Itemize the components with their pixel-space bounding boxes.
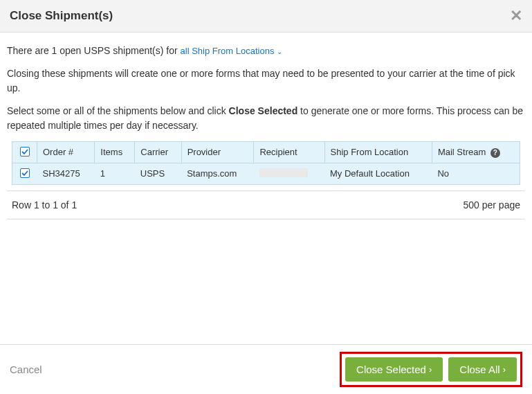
pagination-per-page[interactable]: 500 per page: [463, 199, 520, 211]
select-all-checkbox[interactable]: [20, 147, 30, 156]
table-header-row: Order # Items Carrier Provider Recipient…: [12, 142, 520, 163]
open-shipments-text: There are 1 open USPS shipment(s) for: [7, 45, 178, 56]
action-buttons-highlight: Close Selected› Close All›: [340, 352, 522, 387]
close-selected-label: Close Selected: [356, 364, 426, 375]
shipments-table-wrapper: Order # Items Carrier Provider Recipient…: [7, 141, 525, 185]
close-all-button[interactable]: Close All›: [448, 357, 517, 382]
recipient-redacted: [259, 168, 308, 177]
header-checkbox-cell: [12, 142, 37, 163]
location-filter-label: all Ship From Locations: [181, 46, 275, 56]
header-carrier[interactable]: Carrier: [135, 142, 181, 163]
modal-title: Close Shipment(s): [10, 9, 113, 23]
cell-provider: Stamps.com: [181, 163, 254, 184]
row-checkbox-cell: [12, 163, 37, 184]
modal-body: There are 1 open USPS shipment(s) for al…: [0, 33, 532, 231]
pagination-range: Row 1 to 1 of 1: [12, 199, 77, 211]
table-footer: Row 1 to 1 of 1 500 per page: [7, 190, 525, 220]
modal-header: Close Shipment(s) ✕: [0, 0, 532, 33]
header-recipient[interactable]: Recipient: [254, 142, 324, 163]
header-ship-from[interactable]: Ship From Location: [324, 142, 432, 163]
cancel-button[interactable]: Cancel: [10, 364, 42, 375]
close-icon[interactable]: ✕: [510, 8, 522, 24]
select-bold: Close Selected: [229, 105, 298, 116]
table-row[interactable]: SH34275 1 USPS Stamps.com My Default Loc…: [12, 163, 520, 184]
cell-mail-stream: No: [432, 163, 520, 184]
cell-items: 1: [95, 163, 135, 184]
close-selected-button[interactable]: Close Selected›: [345, 357, 443, 382]
closing-note: Closing these shipments will create one …: [7, 66, 525, 96]
select-prefix: Select some or all of the shipments belo…: [7, 105, 229, 116]
modal-footer: Cancel Close Selected› Close All›: [0, 344, 532, 394]
cell-recipient: [254, 163, 324, 184]
chevron-down-icon: ⌄: [275, 48, 282, 55]
header-provider[interactable]: Provider: [181, 142, 254, 163]
cell-order: SH34275: [37, 163, 95, 184]
header-items[interactable]: Items: [95, 142, 135, 163]
select-instructions: Select some or all of the shipments belo…: [7, 104, 525, 133]
header-mail-stream[interactable]: Mail Stream ?: [432, 142, 520, 163]
open-shipments-line: There are 1 open USPS shipment(s) for al…: [7, 44, 525, 58]
location-filter-dropdown[interactable]: all Ship From Locations ⌄: [181, 46, 283, 56]
close-all-label: Close All: [459, 364, 499, 375]
chevron-right-icon: ›: [503, 364, 506, 375]
help-icon[interactable]: ?: [490, 148, 500, 158]
header-order[interactable]: Order #: [37, 142, 95, 163]
chevron-right-icon: ›: [429, 364, 432, 375]
row-checkbox[interactable]: [20, 168, 30, 178]
cell-carrier: USPS: [135, 163, 181, 184]
shipments-table: Order # Items Carrier Provider Recipient…: [12, 141, 520, 185]
header-mail-stream-label: Mail Stream: [438, 147, 486, 157]
cell-ship-from: My Default Location: [324, 163, 432, 184]
